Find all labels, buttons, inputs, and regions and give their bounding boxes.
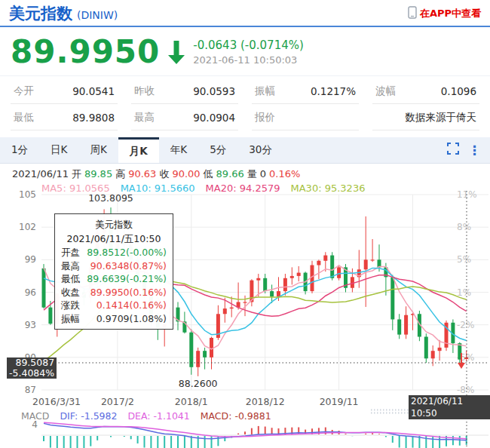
macd-dif-line — [44, 423, 467, 440]
tooltip-row: 涨跌0.1414(0.16%) — [61, 299, 167, 312]
candle[interactable] — [397, 319, 401, 334]
x-tick-label: 2017/2 — [101, 396, 134, 407]
tooltip-row-label: 开盘 — [61, 246, 80, 259]
candle[interactable] — [48, 308, 52, 324]
y-axis-left-label: 105 — [19, 189, 36, 200]
y-axis-right-label: -8% — [457, 385, 474, 395]
x-tick-label: 2018/1 — [175, 396, 208, 407]
x-tick-label: 2018/12 — [246, 396, 285, 407]
crosshair-pct: -5.4084% — [9, 368, 54, 379]
y-axis-left-label: 99 — [25, 254, 36, 265]
high-price-label: 103.8095 — [88, 192, 133, 204]
candle[interactable] — [323, 256, 327, 261]
candle[interactable] — [203, 351, 207, 357]
tooltip-row-label: 振幅 — [61, 312, 80, 326]
y-axis-left-label: 87 — [25, 385, 36, 395]
tooltip-row: 收盘89.9950(0.16%) — [61, 286, 167, 299]
tooltip-row-label: 最低 — [61, 272, 80, 286]
macd-hist-value: MACD: -0.9881 — [201, 410, 271, 422]
tooltip-row: 最高90.6348(0.87%) — [61, 259, 167, 273]
candle[interactable] — [297, 273, 301, 276]
macd-dif-value: DIF: -1.5982 — [60, 410, 117, 422]
candle[interactable] — [243, 302, 247, 302]
candle[interactable] — [371, 259, 375, 260]
candle[interactable] — [364, 259, 368, 269]
dollar-index-quote-page: 美元指数 (DINIW) 在APP中查看 89.9950 -0.0643 (-0… — [0, 0, 490, 448]
candle[interactable] — [290, 276, 294, 278]
candle[interactable] — [330, 256, 334, 278]
x-tick-label: 2016/3/31 — [32, 396, 81, 407]
y-axis-right-label: -2% — [457, 320, 474, 330]
y-axis-left-label: 96 — [25, 287, 36, 298]
current-marker-arrow-icon — [458, 363, 465, 369]
candle[interactable] — [424, 336, 428, 358]
candle[interactable] — [223, 308, 227, 314]
candle[interactable] — [390, 277, 394, 319]
macd-indicator-bar: MACD DIF: -1.5982 DEA: -1.1041 MACD: -0.… — [21, 410, 271, 422]
tooltip-row: 最低89.6639(-0.21%) — [61, 272, 167, 286]
crosshair-price: 89.5087 — [9, 357, 54, 368]
tooltip-row: 开盘89.8512(-0.00%) — [61, 246, 167, 259]
candle[interactable] — [230, 308, 234, 308]
x-tick-label: 2019/11 — [320, 396, 359, 407]
crosshair-time-badge: 2021/06/11 10:50 — [409, 395, 490, 419]
tooltip-row-value: 0.9709(1.08%) — [96, 312, 167, 326]
tooltip-row-label: 最高 — [61, 259, 80, 273]
tooltip-row-value: 90.6348(0.87%) — [90, 259, 167, 273]
candle[interactable] — [277, 291, 280, 296]
candle[interactable] — [404, 315, 408, 335]
tooltip-row-label: 涨跌 — [61, 299, 80, 312]
tooltip-title: 美元指数 — [61, 217, 167, 232]
candle[interactable] — [438, 348, 442, 351]
candle[interactable] — [263, 278, 267, 291]
candle[interactable] — [431, 351, 435, 358]
candle[interactable] — [337, 267, 341, 278]
tooltip-row: 振幅0.9709(1.08%) — [61, 312, 167, 326]
tooltip-date: 2021/06/11/五10:50 — [61, 232, 167, 246]
y-axis-right-label: 5% — [457, 254, 471, 265]
candle[interactable] — [196, 351, 200, 367]
candle[interactable] — [317, 261, 320, 265]
crosshair-price-badge: 89.5087 -5.4084% — [7, 357, 57, 379]
candle[interactable] — [42, 268, 46, 308]
tooltip-row-value: 89.6639(-0.21%) — [87, 272, 167, 286]
macd-title[interactable]: MACD — [21, 410, 49, 422]
tooltip-rows: 开盘89.8512(-0.00%)最高90.6348(0.87%)最低89.66… — [61, 246, 167, 325]
tooltip-row-label: 收盘 — [61, 286, 80, 299]
y-axis-left-label: 93 — [25, 320, 36, 330]
candle[interactable] — [210, 338, 213, 357]
y-axis-right-label: 8% — [457, 222, 471, 232]
candle[interactable] — [270, 291, 274, 296]
tooltip-row-value: 89.8512(-0.00%) — [87, 246, 167, 259]
low-price-label: 88.2600 — [179, 378, 218, 389]
candle-tooltip: 美元指数 2021/06/11/五10:50 开盘89.8512(-0.00%)… — [54, 213, 173, 330]
candle[interactable] — [189, 333, 193, 367]
candle[interactable] — [256, 278, 260, 281]
y-axis-right-label: 1% — [457, 287, 471, 298]
y-axis-left-label: 102 — [19, 222, 36, 232]
candle[interactable] — [283, 278, 287, 291]
tooltip-row-value: 0.1414(0.16%) — [96, 299, 167, 312]
tooltip-row-value: 89.9950(0.16%) — [90, 286, 167, 299]
macd-dea-value: DEA: -1.1041 — [127, 410, 189, 422]
